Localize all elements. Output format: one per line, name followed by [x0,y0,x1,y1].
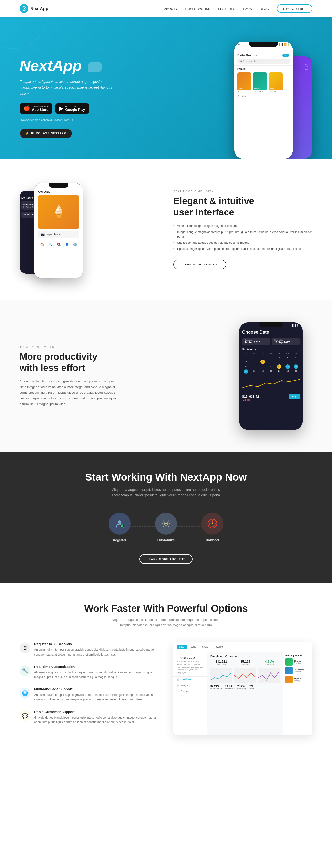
feature-desc: An enim nullam tempor sapien gravida don… [34,693,159,702]
dashboard-charts [210,668,280,683]
recent-thumb-3 [286,676,293,683]
step-register-label: Register [113,538,127,542]
feature-item: Sagittis congue augue egestas volutpat e… [173,240,312,246]
nav-blog[interactable]: BLOG [260,7,269,10]
appstore-small: Download on the [32,105,48,108]
step-customize: Customize [155,513,177,542]
svg-text:+: + [121,525,123,527]
dashboard-sidebar: Hi DSAThemes! Hi DSAThemes! Welcome back… [173,652,207,735]
hero-title: NextApp [20,57,166,74]
recent-info-2: Dashboard Overview [294,669,304,673]
logo[interactable]: NextApp [20,4,48,13]
feature-support-text: Rapid Customer Support Gravida donec bla… [34,710,159,725]
step-register: + Register [109,513,131,542]
try-for-free-button[interactable]: TRY FOR FREE [277,4,312,13]
collection-phone: Collection 🍦 📷 Super photos! 🏠 🔍 📚 👤 ⚙️ [34,183,83,278]
hero-badges: 🍎 Download on the App Store ▶ GET IT ON … [20,103,166,114]
feature-title: Register In 30 Seconds [34,642,159,646]
productivity-description: An enim nullam tempor sapien gravida don… [20,378,122,407]
feature-desc: Gravida donec blandit ipsum porta justo … [34,715,159,725]
sidebar-greeting: Hi DSAThemes! Hi DSAThemes! Welcome back… [173,654,207,677]
work-faster-subtitle: Aliquam a augue suscipit, luctus neque p… [111,617,221,628]
collection-header: Collection [36,190,81,195]
dashboard-recent: Recently Opened Chart.js Analytics Das [283,652,312,735]
recent-info-3: Reports Monthly [294,678,301,681]
nav-faqs[interactable]: FAQS [243,7,252,10]
svg-point-1 [118,521,121,524]
dashboard-stats: 831,521 Total Users 35,125 Sessions 4.21… [210,660,280,665]
hero-phones: emchiyou 9:41 ▌▌▌ 📶 🔋 Daily Reading 🔍 Se… [166,32,312,159]
appstore-button[interactable]: 🍎 Download on the App Store [20,103,53,114]
dash-nav-analytics[interactable]: 📈 Analytics [173,682,207,688]
appstore-big: App Store [32,108,48,112]
features-right: save send share favorite Hi DSAThemes! H… [173,642,312,735]
cal-grid: SUMOTUWETHFRSA 12 3 456789 101112131415 … [242,352,300,374]
dash-tab-save[interactable]: save [177,645,187,649]
step-connect: Connect [201,513,223,542]
buy-button[interactable]: Buy [289,394,300,399]
percent-3: 2.12% Returning [237,685,246,690]
feature-title: Real Time Customization [34,665,159,669]
dashboard-main: Dashboard Overview 831,521 Total Users 3… [207,652,283,735]
section-elegant: My Books Global Growth by Author Name Se… [0,159,332,301]
steps-row: + Register Customize [20,513,312,542]
learn-more-button-dark[interactable]: LEARN MORE ABOUT IT [139,554,192,564]
stat-2: 35,125 Sessions [235,660,256,665]
slide-indicator: 1/8 [283,54,289,57]
google-play-icon: ▶ [59,105,63,112]
hero-subtitle: Feugiat primis ligula risus auctor laore… [20,79,112,96]
feature-customization-text: Real Time Customization Aliquam a augue … [34,665,159,679]
dash-tab-share[interactable]: share [200,645,211,649]
dark-section-title: Start Working With NextApp Now [20,471,312,483]
cal-title: Choose Date [242,330,300,335]
nav-links: ABOUT HOW IT WORKS FEATURES FAQS BLOG TR… [164,4,312,13]
feature-item: Vitae auctor integer congue magna at pre… [173,223,312,229]
lightning-icon: ⚡ [25,132,29,135]
features-grid: ⏱ Register In 30 Seconds An enim nullam … [20,642,312,735]
nav-features[interactable]: FEATURES [218,7,236,10]
apple-icon: 🍎 [24,105,30,112]
step-connect-label: Connect [205,538,219,542]
recent-item-1: Chart.js Analytics [286,658,310,665]
stat-3: 4.21% Conv. Rate [259,660,280,665]
support-icon: 💬 [20,710,30,721]
nav-how-it-works[interactable]: HOW IT WORKS [185,7,210,10]
navbar: NextApp ABOUT HOW IT WORKS FEATURES FAQS… [0,0,332,17]
dash-tab-favorite[interactable]: favorite [212,645,225,649]
recent-title: Recently Opened [286,654,310,657]
chat-icon [88,62,102,72]
learn-more-button-elegant[interactable]: LEARN MORE ABOUT IT [173,259,226,269]
popular-label: Popular [234,66,293,71]
work-faster-title: Work Faster With Powerful Options [20,603,312,614]
feature-item: Integer congue magna at pretium purus pr… [173,229,312,240]
stat-1: 831,521 Total Users [210,660,232,665]
section-start-working: Start Working With NextApp Now Aliquam a… [0,452,332,584]
hero-phone-main: 9:41 ▌▌▌ 📶 🔋 Daily Reading 🔍 Search book… [234,41,293,159]
hero-section: NextApp Feugiat primis ligula risus auct… [0,17,332,159]
calendar-phone: ▌▌▌🔋 Choose Date Departure 14 Sep 2017 R… [239,322,303,430]
feature-desc: Aliquam a augue suscipit, luctus neque p… [34,670,159,679]
purchase-button[interactable]: ⚡ PURCHASE NEXTAPP [20,129,72,138]
dashboard-mockup: save send share favorite Hi DSAThemes! H… [173,642,312,735]
feature-multilanguage-text: Multi-language Support An enim nullam te… [34,687,159,702]
recent-thumb-2 [286,667,293,674]
features-left: ⏱ Register In 30 Seconds An enim nullam … [20,642,159,735]
dashboard-percent-row: 32.21% Bounce Rate 9.21% New Users 2.12%… [210,685,280,690]
section-phones-elegant: My Books Global Growth by Author Name Se… [20,178,159,281]
multilanguage-icon: 🌐 [20,688,30,699]
dash-nav-reports[interactable]: 📋 Reports [173,688,207,694]
chart-1 [210,668,232,683]
productivity-eyebrow: TOTALLY OPTIMIZED [20,345,159,348]
productivity-content: TOTALLY OPTIMIZED More productivitywith … [20,345,159,407]
dash-nav-dashboard[interactable]: 📊 Dashboard [173,677,207,682]
recent-info-1: Chart.js Analytics [294,660,301,664]
nav-about[interactable]: ABOUT [164,7,177,10]
playstore-button[interactable]: ▶ GET IT ON Google Play [56,103,89,114]
customize-icon-circle [155,513,177,535]
book-2: Desert... Desert Bird at... [253,72,267,93]
svg-point-0 [22,7,26,11]
svg-point-10 [212,523,213,524]
playstore-big: Google Play [65,108,85,112]
feature-register: ⏱ Register In 30 Seconds An enim nullam … [20,642,159,657]
dash-tab-send[interactable]: send [188,645,198,649]
